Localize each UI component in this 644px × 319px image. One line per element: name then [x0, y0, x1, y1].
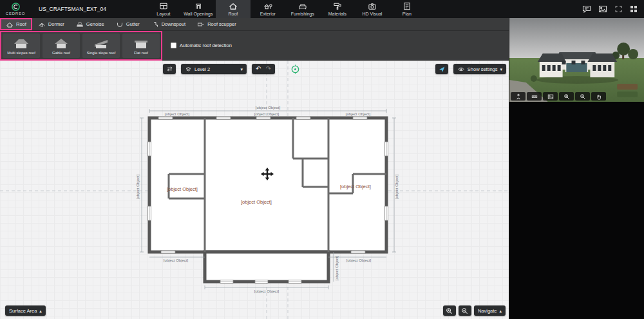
- hand-icon: [596, 93, 602, 100]
- nav-label: Wall Openings: [184, 12, 213, 16]
- dim-label: [object Object]: [346, 112, 371, 116]
- hd-visual-icon: [367, 2, 377, 10]
- undo-redo-group[interactable]: ↶ ↷: [252, 64, 275, 74]
- nav-label: Layout: [156, 12, 170, 16]
- top-bar-actions: [582, 5, 644, 13]
- roof-scupper-icon: [197, 21, 205, 28]
- grid-menu-icon: [630, 5, 638, 13]
- nav-tab-hd-visual[interactable]: HD Visual: [355, 0, 390, 18]
- chat-bubble-icon: [582, 5, 591, 13]
- roof-type-gable-button[interactable]: Gable roof: [43, 34, 80, 58]
- undo-icon[interactable]: ↶: [256, 66, 261, 72]
- zoom-in-button[interactable]: [443, 305, 456, 316]
- dim-label: [object Object]: [346, 258, 372, 262]
- ribbon-tab-label: Genoise: [86, 21, 104, 27]
- ribbon-tab-bar: Roof Dormer Genoise Gutter Downspout: [0, 18, 509, 31]
- layers-icon: [185, 66, 192, 72]
- ribbon-tab-downspout[interactable]: Downspout: [146, 18, 192, 30]
- ribbon-tab-label: Dormer: [48, 21, 64, 27]
- nav-tab-plan[interactable]: Plan: [390, 0, 424, 18]
- swap-arrows-icon: [166, 66, 173, 72]
- zoom-out-icon: [580, 93, 586, 100]
- apps-menu-button[interactable]: [630, 5, 638, 13]
- photo-icon: [547, 93, 554, 100]
- walk-mode-button[interactable]: [511, 92, 526, 101]
- roof-type-group: Multi slopes roof Gable roof Single slop…: [1, 32, 162, 60]
- camera-viewpoint-button[interactable]: [435, 64, 448, 74]
- preview-panel: [509, 18, 644, 319]
- chat-button[interactable]: [582, 5, 591, 13]
- zoom-out-button[interactable]: [459, 305, 471, 316]
- screenshot-button[interactable]: [598, 5, 607, 13]
- chevron-up-icon: ▴: [499, 309, 502, 313]
- canvas-bottom-right: Navigate ▴: [443, 305, 506, 316]
- checkbox-label: Automatic roof detection: [180, 43, 232, 48]
- level-value: Level 2: [194, 66, 210, 72]
- checkbox[interactable]: [171, 43, 176, 48]
- redo-icon[interactable]: ↷: [265, 66, 270, 72]
- navigate-dropdown[interactable]: Navigate ▴: [474, 305, 506, 316]
- plan-icon: [402, 2, 412, 10]
- chevron-down-icon: ▾: [240, 67, 243, 72]
- roof-type-flat-button[interactable]: Flat roof: [122, 34, 160, 58]
- floor-plan[interactable]: [object Object] [object Object] [object …: [0, 61, 509, 319]
- 3d-render: [509, 18, 644, 102]
- zoom-in-icon: [564, 93, 570, 100]
- project-name[interactable]: US_CRAFTSMAN_EXT_04: [39, 6, 106, 12]
- swap-level-button[interactable]: [163, 64, 176, 74]
- dim-label: [object Object]: [254, 289, 279, 293]
- snapshot-button[interactable]: [543, 92, 558, 101]
- plan-canvas[interactable]: [object Object] [object Object] [object …: [0, 61, 509, 319]
- cedreo-logo[interactable]: CEDREO: [0, 0, 31, 18]
- canvas-bottom-left: Surface Area ▴: [5, 304, 46, 316]
- dim-label: [object Object]: [136, 174, 140, 199]
- nav-tab-roof[interactable]: Roof: [216, 0, 251, 18]
- show-settings-dropdown[interactable]: Show settings ▾: [453, 64, 506, 74]
- brand-name: CEDREO: [6, 12, 25, 15]
- nav-tab-furnishings[interactable]: Furnishings: [285, 0, 320, 18]
- ribbon-tab-genoise[interactable]: Genoise: [70, 18, 110, 30]
- dormer-icon: [38, 21, 46, 28]
- viewport-zoom-in-button[interactable]: [559, 92, 574, 101]
- multi-slopes-roof-icon: [12, 36, 31, 50]
- dim-label: [object Object]: [395, 174, 399, 199]
- ribbon-tab-label: Gutter: [126, 21, 140, 27]
- nav-label: Exterior: [260, 12, 276, 16]
- ribbon-tab-roof[interactable]: Roof: [0, 18, 32, 30]
- nav-tab-wall-openings[interactable]: Wall Openings: [181, 0, 216, 18]
- nav-label: Plan: [402, 12, 412, 16]
- pan-button[interactable]: [591, 92, 606, 101]
- ribbon-tab-label: Roof: [16, 21, 26, 27]
- compass-target-button[interactable]: [290, 64, 300, 74]
- 3d-preview-viewport[interactable]: [509, 18, 644, 102]
- gable-roof-icon: [52, 36, 71, 50]
- level-selector[interactable]: Level 2 ▾: [181, 64, 247, 74]
- roof-type-label: Flat roof: [134, 51, 148, 55]
- nav-tab-layout[interactable]: Layout: [146, 0, 181, 18]
- roof-type-single-slope-button[interactable]: Single slope roof: [82, 34, 120, 58]
- surface-area-button[interactable]: Surface Area ▴: [5, 305, 46, 316]
- cedreo-logo-icon: [12, 3, 20, 11]
- fullscreen-icon: [614, 5, 623, 13]
- viewport-zoom-out-button[interactable]: [575, 92, 590, 101]
- roof-type-label: Single slope roof: [87, 51, 116, 55]
- roof-type-multi-slopes-button[interactable]: Multi slopes roof: [3, 34, 40, 58]
- viewport-toolbar: [511, 92, 606, 101]
- top-bar: CEDREO US_CRAFTSMAN_EXT_04 Layout Wall O…: [0, 0, 644, 18]
- roof-type-label: Multi slopes roof: [7, 51, 35, 55]
- nav-tab-materials[interactable]: Materials: [320, 0, 355, 18]
- ribbon-tab-gutter[interactable]: Gutter: [110, 18, 146, 30]
- automatic-roof-detection-toggle[interactable]: Automatic roof detection: [171, 43, 232, 48]
- chevron-up-icon: ▴: [39, 309, 42, 313]
- exterior-icon: [263, 2, 273, 10]
- measure-button[interactable]: [527, 92, 542, 101]
- fullscreen-button[interactable]: [614, 5, 623, 13]
- ruler-icon: [531, 93, 538, 100]
- wall-openings-icon: [193, 2, 204, 10]
- nav-tab-exterior[interactable]: Exterior: [251, 0, 285, 18]
- ribbon-tab-roof-scupper[interactable]: Roof scupper: [191, 18, 242, 30]
- area-label: [object Object]: [167, 186, 198, 192]
- ribbon-tab-dormer[interactable]: Dormer: [32, 18, 70, 30]
- roof-tool-row: Multi slopes roof Gable roof Single slop…: [0, 31, 509, 61]
- dim-label: [object Object]: [335, 255, 339, 280]
